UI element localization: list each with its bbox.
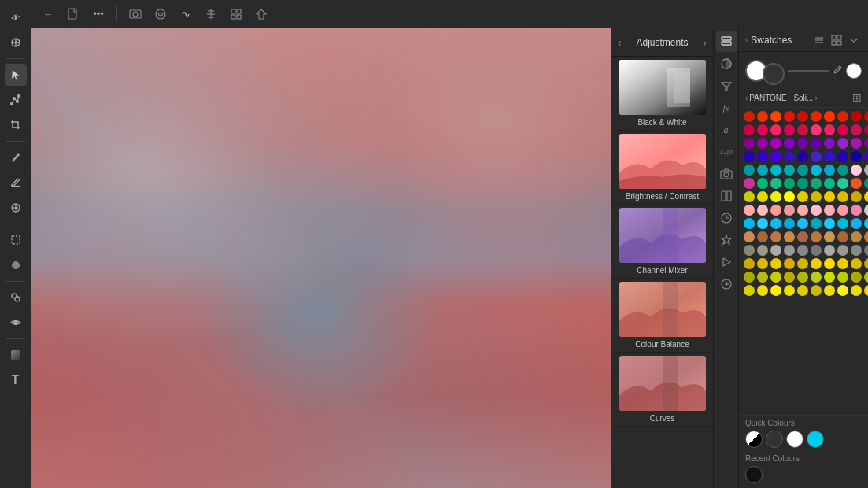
- export-button[interactable]: [251, 4, 271, 24]
- swatch[interactable]: [851, 205, 862, 216]
- swatch[interactable]: [824, 111, 835, 122]
- swatch[interactable]: [757, 111, 768, 122]
- text-style-icon[interactable]: a: [716, 120, 737, 140]
- swatch[interactable]: [837, 111, 848, 122]
- swatch[interactable]: [851, 151, 862, 162]
- swatch[interactable]: [864, 191, 868, 202]
- play-icon[interactable]: [716, 252, 737, 272]
- swatch[interactable]: [811, 124, 822, 135]
- eraser-tool[interactable]: [5, 172, 27, 194]
- fx-icon[interactable]: fx: [716, 98, 737, 118]
- pantone-chevron-right[interactable]: ›: [814, 94, 817, 102]
- swatch[interactable]: [824, 245, 835, 256]
- swatch[interactable]: [744, 178, 755, 189]
- swatch[interactable]: [837, 205, 848, 216]
- swatch[interactable]: [851, 191, 862, 202]
- library-icon[interactable]: [716, 186, 737, 206]
- photo-persona[interactable]: [125, 4, 146, 24]
- swatch[interactable]: [757, 245, 768, 256]
- swatch[interactable]: [770, 191, 781, 202]
- swatch[interactable]: [851, 218, 862, 229]
- swatch[interactable]: [757, 138, 768, 149]
- swatch[interactable]: [744, 231, 755, 242]
- swatch[interactable]: [797, 191, 808, 202]
- select-tool[interactable]: [5, 64, 27, 86]
- swatch[interactable]: [744, 218, 755, 229]
- swatch[interactable]: [837, 165, 848, 176]
- swatch[interactable]: [757, 285, 768, 296]
- quick-swatch-split[interactable]: [745, 431, 763, 448]
- camera-icon[interactable]: [716, 164, 737, 184]
- swatch[interactable]: [770, 231, 781, 242]
- swatch[interactable]: [784, 178, 795, 189]
- swatch[interactable]: [811, 258, 822, 269]
- swatch[interactable]: [784, 191, 795, 202]
- node-tool[interactable]: [5, 89, 27, 111]
- flood-select[interactable]: [5, 254, 27, 276]
- swatches-grid-icon[interactable]: [829, 32, 844, 48]
- swatch[interactable]: [784, 272, 795, 283]
- clock-icon[interactable]: [716, 274, 737, 294]
- swatch[interactable]: [851, 258, 862, 269]
- swatch[interactable]: [851, 285, 862, 296]
- adj-nav-left[interactable]: ‹: [618, 36, 622, 49]
- document-icon[interactable]: [63, 4, 83, 24]
- swatch[interactable]: [824, 165, 835, 176]
- swatch[interactable]: [824, 191, 835, 202]
- swatch[interactable]: [770, 205, 781, 216]
- swatch[interactable]: [744, 165, 755, 176]
- swatch[interactable]: [797, 245, 808, 256]
- swatch[interactable]: [770, 218, 781, 229]
- swatch[interactable]: [770, 165, 781, 176]
- swatch[interactable]: [824, 205, 835, 216]
- quick-swatch-black[interactable]: [766, 431, 783, 448]
- swatch[interactable]: [811, 138, 822, 149]
- swatch[interactable]: [824, 151, 835, 162]
- swatch[interactable]: [837, 245, 848, 256]
- swatch[interactable]: [864, 205, 868, 216]
- swatch[interactable]: [757, 218, 768, 229]
- red-eye-tool[interactable]: [5, 312, 27, 334]
- swatch[interactable]: [770, 285, 781, 296]
- swatch[interactable]: [811, 205, 822, 216]
- grid-view[interactable]: [226, 4, 246, 24]
- swatch[interactable]: [784, 218, 795, 229]
- swatch[interactable]: [744, 124, 755, 135]
- swatch[interactable]: [851, 245, 862, 256]
- swatch[interactable]: [837, 124, 848, 135]
- swatch[interactable]: [851, 272, 862, 283]
- swatch[interactable]: [837, 272, 848, 283]
- pantone-chevron[interactable]: ‹: [745, 94, 748, 102]
- quick-swatch-white[interactable]: [786, 431, 803, 448]
- swatch[interactable]: [811, 111, 822, 122]
- swatches-back-chevron[interactable]: ‹: [745, 35, 748, 44]
- swatch[interactable]: [824, 231, 835, 242]
- swatch[interactable]: [811, 151, 822, 162]
- background-color[interactable]: [763, 63, 785, 85]
- swatch[interactable]: [811, 272, 822, 283]
- swatch[interactable]: [811, 218, 822, 229]
- swatch[interactable]: [744, 272, 755, 283]
- swatch[interactable]: [770, 151, 781, 162]
- adj-nav-right[interactable]: ›: [703, 36, 707, 49]
- swatch[interactable]: [864, 111, 868, 122]
- swatch[interactable]: [811, 285, 822, 296]
- eyedropper-tool[interactable]: [832, 65, 843, 78]
- swatch[interactable]: [797, 165, 808, 176]
- swatch[interactable]: [797, 138, 808, 149]
- swatch[interactable]: [757, 151, 768, 162]
- swatch[interactable]: [744, 138, 755, 149]
- swatch[interactable]: [784, 111, 795, 122]
- swatch[interactable]: [784, 138, 795, 149]
- swatch[interactable]: [757, 272, 768, 283]
- swatch[interactable]: [824, 272, 835, 283]
- swatch[interactable]: [864, 245, 868, 256]
- swatch[interactable]: [797, 218, 808, 229]
- swatch[interactable]: [797, 205, 808, 216]
- swatch[interactable]: [824, 138, 835, 149]
- swatch[interactable]: [757, 124, 768, 135]
- liquify-persona[interactable]: [150, 4, 171, 24]
- swatch[interactable]: [851, 231, 862, 242]
- star-icon[interactable]: [716, 230, 737, 250]
- develop-persona[interactable]: [175, 4, 196, 24]
